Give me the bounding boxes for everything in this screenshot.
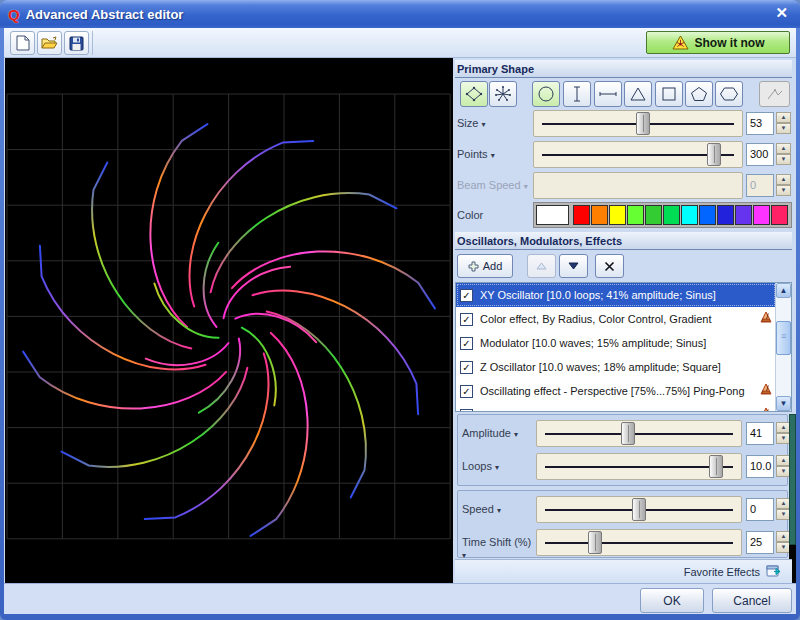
effect-list-item[interactable]: ✓Oscillating effect - Perspective [75%..… bbox=[456, 379, 776, 403]
points-value[interactable]: 300 bbox=[746, 143, 774, 166]
favorite-effects-label[interactable]: Favorite Effects bbox=[684, 566, 760, 578]
effect-list-item[interactable]: ✓ bbox=[456, 403, 776, 412]
dropdown-caret-icon[interactable]: ▾ bbox=[514, 430, 518, 439]
horizontal-line-shape-button[interactable] bbox=[594, 81, 622, 107]
hexagon-shape-button[interactable] bbox=[715, 81, 743, 107]
size-spinner: ▲▼ bbox=[776, 112, 791, 135]
move-up-button[interactable] bbox=[527, 254, 556, 278]
metronome-icon[interactable] bbox=[760, 311, 772, 323]
color-swatch[interactable] bbox=[591, 205, 608, 225]
size-spin-up-icon[interactable]: ▲ bbox=[776, 112, 791, 123]
favorite-effects-strip: Favorite Effects bbox=[455, 559, 792, 583]
size-slider-track[interactable] bbox=[533, 110, 743, 137]
color-swatch[interactable] bbox=[645, 205, 662, 225]
dropdown-caret-icon[interactable]: ▾ bbox=[495, 463, 499, 472]
delete-effect-button[interactable] bbox=[595, 254, 624, 278]
size-spin-down-icon[interactable]: ▼ bbox=[776, 123, 791, 134]
dropdown-caret-icon[interactable]: ▾ bbox=[481, 120, 485, 129]
move-down-button[interactable] bbox=[559, 254, 588, 278]
effect-list-item[interactable]: ✓Color effect, By Radius, Color Control,… bbox=[456, 307, 776, 331]
effect-checkbox[interactable]: ✓ bbox=[460, 337, 473, 350]
dropdown-caret-icon[interactable]: ▾ bbox=[524, 182, 528, 191]
color-swatch[interactable] bbox=[771, 205, 788, 225]
effects-list-scrollbar[interactable]: ▲ ▼ bbox=[775, 283, 791, 411]
color-swatch[interactable] bbox=[627, 205, 644, 225]
time-shift-value[interactable]: 25 bbox=[746, 531, 774, 554]
star-shape-button[interactable] bbox=[489, 81, 517, 107]
cancel-button[interactable]: Cancel bbox=[712, 588, 792, 613]
amplitude-value[interactable]: 41 bbox=[746, 422, 774, 445]
show-it-now-button[interactable]: Show it now bbox=[646, 31, 790, 54]
ok-button[interactable]: OK bbox=[640, 588, 704, 613]
effect-item-label: XY Oscillator [10.0 loops; 41% amplitude… bbox=[480, 289, 716, 301]
effect-item-label: Modulator [10.0 waves; 15% amplitude; Si… bbox=[480, 337, 706, 349]
abstract-arc bbox=[62, 368, 248, 467]
dropdown-caret-icon[interactable]: ▾ bbox=[497, 506, 501, 515]
effect-checkbox[interactable]: ✓ bbox=[460, 289, 473, 302]
effect-checkbox[interactable]: ✓ bbox=[460, 313, 473, 326]
effect-params-group-2: Speed ▾0▲▼Time Shift (%) ▾25▲▼ bbox=[457, 490, 788, 558]
color-swatch-white[interactable] bbox=[536, 205, 569, 225]
color-swatch[interactable] bbox=[573, 205, 590, 225]
circle-shape-button[interactable] bbox=[532, 81, 560, 107]
metronome-icon[interactable] bbox=[760, 383, 772, 395]
speed-value[interactable]: 0 bbox=[746, 498, 774, 521]
points-slider-thumb[interactable] bbox=[707, 143, 721, 166]
amplitude-slider-track[interactable] bbox=[536, 420, 742, 447]
add-effect-button[interactable]: Add bbox=[457, 254, 513, 278]
color-swatch[interactable] bbox=[717, 205, 734, 225]
color-swatch[interactable] bbox=[753, 205, 770, 225]
expand-panel-icon[interactable] bbox=[766, 565, 784, 578]
effects-header: Oscillators, Modulators, Effects bbox=[455, 232, 792, 250]
scroll-down-button[interactable]: ▼ bbox=[776, 396, 791, 411]
size-label: Size ▾ bbox=[457, 117, 531, 129]
color-swatch[interactable] bbox=[699, 205, 716, 225]
scrollbar-thumb[interactable] bbox=[776, 321, 791, 355]
loops-value[interactable]: 10.0 bbox=[746, 455, 774, 478]
speed-slider-thumb[interactable] bbox=[632, 498, 646, 521]
color-swatch[interactable] bbox=[735, 205, 752, 225]
open-file-button[interactable] bbox=[37, 31, 62, 55]
color-swatch[interactable] bbox=[663, 205, 680, 225]
size-slider-thumb[interactable] bbox=[636, 112, 650, 135]
time-shift-slider-thumb[interactable] bbox=[588, 531, 602, 554]
square-shape-button[interactable] bbox=[655, 81, 683, 107]
diamond-shape-button[interactable] bbox=[460, 81, 488, 107]
color-swatch[interactable] bbox=[681, 205, 698, 225]
window-title: Advanced Abstract editor bbox=[26, 7, 184, 22]
size-value[interactable]: 53 bbox=[746, 112, 774, 135]
delete-x-icon bbox=[604, 261, 615, 272]
scroll-up-button[interactable]: ▲ bbox=[776, 283, 791, 298]
points-slider-row: Points ▾300▲▼ bbox=[455, 141, 792, 169]
effect-checkbox[interactable]: ✓ bbox=[460, 361, 473, 374]
favorite-effects-collapsed-panel[interactable] bbox=[789, 414, 796, 545]
new-file-button[interactable] bbox=[10, 31, 35, 55]
vertical-line-shape-button[interactable] bbox=[563, 81, 591, 107]
loops-slider-thumb[interactable] bbox=[709, 455, 723, 478]
dropdown-caret-icon[interactable]: ▾ bbox=[491, 151, 495, 160]
effect-list-item[interactable]: ✓Modulator [10.0 waves; 15% amplitude; S… bbox=[456, 331, 776, 355]
effect-list-item[interactable]: ✓Z Oscillator [10.0 waves; 18% amplitude… bbox=[456, 355, 776, 379]
triangle-shape-button[interactable] bbox=[624, 81, 652, 107]
beam-speed-value[interactable]: 0 bbox=[746, 174, 774, 197]
effect-list-item[interactable]: ✓XY Oscillator [10.0 loops; 41% amplitud… bbox=[456, 283, 776, 307]
effect-checkbox[interactable]: ✓ bbox=[460, 409, 473, 413]
time-shift-slider-track[interactable] bbox=[536, 529, 742, 556]
points-spin-up-icon[interactable]: ▲ bbox=[776, 143, 791, 154]
points-slider-track[interactable] bbox=[533, 141, 743, 168]
save-button[interactable] bbox=[64, 31, 89, 55]
points-spin-down-icon[interactable]: ▼ bbox=[776, 154, 791, 165]
speed-slider-track[interactable] bbox=[536, 496, 742, 523]
color-swatch[interactable] bbox=[609, 205, 626, 225]
effect-checkbox[interactable]: ✓ bbox=[460, 385, 473, 398]
pentagon-shape-button[interactable] bbox=[685, 81, 713, 107]
beam-speed-spin-up-icon[interactable]: ▲ bbox=[776, 174, 791, 185]
close-icon[interactable]: ✕ bbox=[775, 4, 788, 22]
abstract-arc bbox=[154, 283, 218, 337]
beam-speed-spin-down-icon[interactable]: ▼ bbox=[776, 185, 791, 196]
metronome-icon[interactable] bbox=[760, 407, 772, 412]
square-icon bbox=[661, 86, 677, 102]
loops-slider-track[interactable] bbox=[536, 453, 742, 480]
freeform-shape-button[interactable] bbox=[759, 81, 790, 107]
amplitude-slider-thumb[interactable] bbox=[621, 422, 635, 445]
